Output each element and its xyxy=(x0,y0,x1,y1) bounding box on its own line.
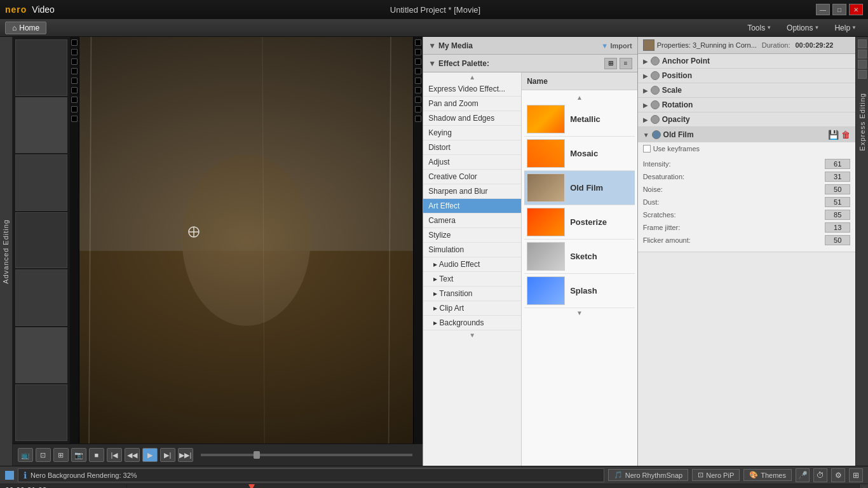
grid-scroll-down[interactable]: ▼ xyxy=(524,308,635,318)
use-keyframes-checkbox[interactable] xyxy=(643,145,651,152)
play-btn[interactable]: ▶ xyxy=(142,448,158,462)
titlebar: nero Video Untitled Project * [Movie] — … xyxy=(0,0,868,19)
next-frame-btn[interactable]: ▶| xyxy=(160,448,175,462)
fullscreen-btn[interactable]: ⊡ xyxy=(36,448,51,462)
tools-menu[interactable]: Tools▼ xyxy=(741,22,778,34)
scrubber-thumb[interactable] xyxy=(254,451,260,459)
effect-item-clipart[interactable]: ▸ Clip Art xyxy=(423,301,521,316)
fastforward-btn[interactable]: ▶▶| xyxy=(178,448,193,462)
effect-metallic[interactable]: Metallic xyxy=(524,102,635,137)
noise-label: Noise: xyxy=(643,186,663,193)
prev-frame-btn[interactable]: |◀ xyxy=(107,448,122,462)
sidebar-icon-4[interactable] xyxy=(858,70,867,79)
sidebar-icon-2[interactable] xyxy=(858,50,867,58)
close-button[interactable]: ✕ xyxy=(849,4,863,15)
effect-item-camera[interactable]: Camera xyxy=(423,214,521,228)
mosaic-label: Mosaic xyxy=(570,149,598,158)
noise-value[interactable]: 50 xyxy=(825,184,850,194)
preview-scrubber[interactable] xyxy=(201,454,412,456)
clock-btn[interactable]: ⏱ xyxy=(813,468,827,482)
effect-item-creative[interactable]: Creative Color xyxy=(423,170,521,184)
effect-item-transition[interactable]: ▸ Transition xyxy=(423,287,521,301)
prop-circle xyxy=(651,71,660,80)
collapse-icon: ▼ xyxy=(428,41,436,50)
prop-anchor-header[interactable]: ▶ Anchor Point xyxy=(638,54,855,68)
collapse-timeline-btn[interactable] xyxy=(5,471,14,480)
oldfilm-label: Old Film xyxy=(570,183,603,193)
stop-btn[interactable]: ■ xyxy=(89,448,104,462)
scroll-up[interactable]: ▲ xyxy=(860,484,868,488)
flicker-value[interactable]: 50 xyxy=(825,235,850,245)
app-name: Video xyxy=(32,4,55,15)
scroll-down-arrow[interactable]: ▼ xyxy=(423,330,521,340)
effect-sketch[interactable]: Sketch xyxy=(524,240,635,274)
expand-right-btn[interactable]: ⊞ xyxy=(849,468,863,482)
themes-tool[interactable]: 🎨 Themes xyxy=(743,469,792,481)
effect-item-sharpen[interactable]: Sharpen and Blur xyxy=(423,184,521,199)
anchor-point-label: Anchor Point xyxy=(662,57,850,65)
grid-scroll-up[interactable]: ▲ xyxy=(524,93,635,102)
film-hole xyxy=(415,39,421,46)
props-thumbnail xyxy=(643,39,654,51)
effect-item-panzoom[interactable]: Pan and Zoom xyxy=(423,97,521,111)
minimize-button[interactable]: — xyxy=(816,4,830,15)
prop-circle xyxy=(651,100,660,109)
prop-position-header[interactable]: ▶ Position xyxy=(638,69,855,83)
snapshot-btn[interactable]: 📷 xyxy=(71,448,86,462)
scratches-value[interactable]: 85 xyxy=(825,210,850,220)
prop-opacity-header[interactable]: ▶ Opacity xyxy=(638,112,855,126)
sidebar-icon-3[interactable] xyxy=(858,60,867,69)
home-menu-item[interactable]: ⌂ Home xyxy=(5,22,46,34)
properties-panel: Properties: 3_Running in Corn... Duratio… xyxy=(637,37,855,466)
pip-tool[interactable]: ⊡ Nero PiP xyxy=(692,469,740,481)
old-film-controls: 💾 🗑 xyxy=(828,130,850,140)
rewind-btn[interactable]: ◀◀ xyxy=(125,448,140,462)
framejitter-value[interactable]: 13 xyxy=(825,222,850,233)
video-preview-image xyxy=(79,37,413,444)
effect-item-art[interactable]: Art Effect xyxy=(423,199,521,214)
rhythmsnap-tool[interactable]: 🎵 Nero RhythmSnap xyxy=(608,469,689,481)
microphone-btn[interactable]: 🎤 xyxy=(796,468,810,482)
help-menu[interactable]: Help▼ xyxy=(828,22,863,34)
name-column-header: Name xyxy=(522,72,637,90)
prop-scale-header[interactable]: ▶ Scale xyxy=(638,83,855,97)
effect-splash[interactable]: Splash xyxy=(524,274,635,308)
props-title: Properties: 3_Running in Corn... xyxy=(657,41,757,49)
dust-value[interactable]: 51 xyxy=(825,197,850,207)
save-keyframe-btn[interactable]: 💾 xyxy=(828,130,839,140)
effect-item-shadow[interactable]: Shadow and Edges xyxy=(423,111,521,126)
options-menu[interactable]: Options▼ xyxy=(780,22,825,34)
opacity-label: Opacity xyxy=(662,115,850,124)
settings-btn[interactable]: ⚙ xyxy=(831,468,845,482)
scroll-up-arrow[interactable]: ▲ xyxy=(423,72,521,82)
posterize-thumb xyxy=(527,208,565,236)
sidebar-icon-1[interactable] xyxy=(858,39,867,48)
monitor-btn[interactable]: 📺 xyxy=(18,448,33,462)
effect-item-stylize[interactable]: Stylize xyxy=(423,228,521,243)
time-cursor-head[interactable] xyxy=(248,484,255,488)
maximize-button[interactable]: □ xyxy=(832,4,846,15)
timeline-content[interactable]: 20s 40s 1m0s 1m20s 1m40s 2m0s 2m20s 2m40… xyxy=(127,484,859,488)
effect-mosaic[interactable]: Mosaic xyxy=(524,137,635,171)
desaturation-value[interactable]: 31 xyxy=(825,172,850,182)
delete-btn[interactable]: 🗑 xyxy=(841,130,850,140)
effect-posterize[interactable]: Posterize xyxy=(524,205,635,240)
list-view-btn[interactable]: ≡ xyxy=(620,58,632,69)
noise-row: Noise: 50 xyxy=(643,184,850,194)
effect-item-distort[interactable]: Distort xyxy=(423,140,521,155)
effect-item-adjust[interactable]: Adjust xyxy=(423,155,521,170)
effect-item-simulation[interactable]: Simulation xyxy=(423,243,521,257)
effect-item-backgrounds[interactable]: ▸ Backgrounds xyxy=(423,316,521,330)
prop-rotation-header[interactable]: ▶ Rotation xyxy=(638,98,855,112)
timeline-scrollbar[interactable]: ▲ ▼ xyxy=(859,484,868,488)
effect-item-keying[interactable]: Keying xyxy=(423,126,521,140)
effect-oldfilm[interactable]: Old Film xyxy=(524,171,635,205)
expand-icon: ▼ xyxy=(643,132,649,139)
grid-view-btn[interactable]: ⊞ xyxy=(604,58,617,69)
effect-item-express[interactable]: Express Video Effect... xyxy=(423,82,521,97)
effect-item-audio[interactable]: ▸ Audio Effect xyxy=(423,257,521,272)
effect-item-text[interactable]: ▸ Text xyxy=(423,272,521,287)
intensity-value[interactable]: 61 xyxy=(825,159,850,169)
import-button[interactable]: ▼ Import xyxy=(601,41,632,50)
split-btn[interactable]: ⊞ xyxy=(53,448,69,462)
